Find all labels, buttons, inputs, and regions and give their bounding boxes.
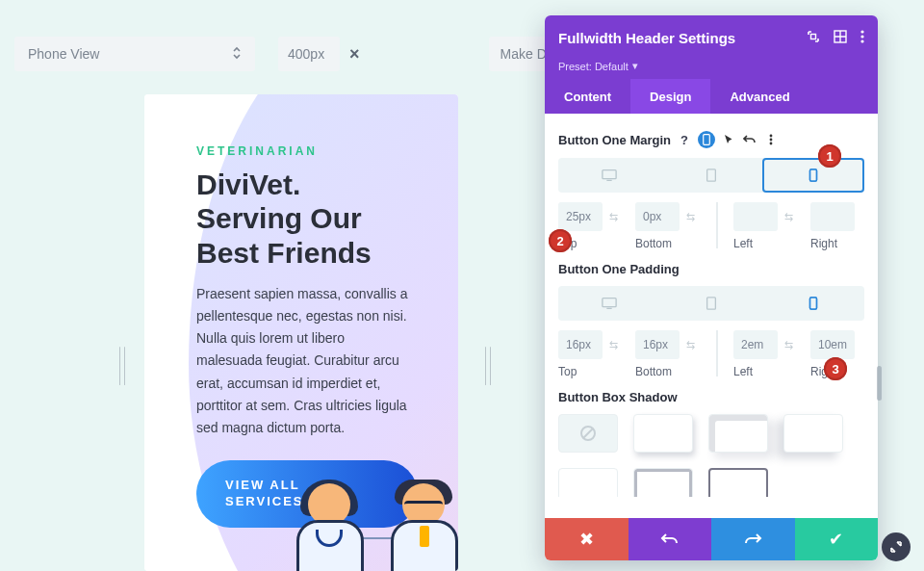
device-tablet[interactable] xyxy=(660,158,762,193)
svg-point-3 xyxy=(860,35,863,38)
link-icon[interactable]: ⇆ xyxy=(680,330,701,359)
cap-right: Right xyxy=(810,237,864,250)
close-icon[interactable]: × xyxy=(349,44,360,65)
padding-bottom-input[interactable]: 16px xyxy=(635,330,680,359)
device-desktop[interactable] xyxy=(558,286,660,321)
width-control: 400px × xyxy=(278,37,360,71)
section-shadow-label: Button Box Shadow xyxy=(558,390,864,404)
shadow-opt-1[interactable] xyxy=(633,414,693,453)
padding-top-input[interactable]: 16px xyxy=(558,330,603,359)
svg-rect-11 xyxy=(810,169,817,181)
hero-body: Praesent sapien massa, convallis a pelle… xyxy=(196,283,412,439)
preset-row[interactable]: Preset: Default ▾ xyxy=(545,60,878,79)
undo-icon[interactable] xyxy=(742,132,757,147)
device-phone[interactable] xyxy=(762,286,864,321)
device-desktop[interactable] xyxy=(558,158,660,193)
chevron-down-icon: ▾ xyxy=(632,60,638,72)
svg-point-8 xyxy=(770,143,773,145)
step-badge-2: 2 xyxy=(549,229,572,252)
margin-inputs: 25px⇆ Top 0px⇆ Bottom ⇆ Left Right 2 xyxy=(558,202,864,250)
shadow-opt-5[interactable] xyxy=(633,468,693,497)
hero-illustration xyxy=(287,481,458,571)
link-icon[interactable]: ⇆ xyxy=(778,202,799,231)
preset-label: Preset: Default xyxy=(558,61,629,72)
resize-fab[interactable] xyxy=(882,532,911,561)
margin-bottom-input[interactable]: 0px xyxy=(635,202,680,231)
shadow-opt-4[interactable] xyxy=(558,468,618,497)
undo-button[interactable] xyxy=(629,518,712,560)
divider xyxy=(716,202,718,248)
margin-left-input[interactable] xyxy=(733,202,778,231)
shadow-opt-6[interactable] xyxy=(708,468,768,497)
margin-top-input[interactable]: 25px xyxy=(558,202,603,231)
panel-header: Fullwidth Header Settings xyxy=(545,15,878,60)
svg-point-7 xyxy=(770,139,773,142)
margin-device-segment: 1 xyxy=(558,158,864,193)
svg-rect-5 xyxy=(704,135,710,145)
padding-right-input[interactable]: 10em xyxy=(810,330,855,359)
padding-left-input[interactable]: 2em xyxy=(733,330,778,359)
scrollbar-thumb[interactable] xyxy=(877,366,882,401)
eyebrow-text: VETERINARIAN xyxy=(196,144,412,158)
svg-rect-12 xyxy=(603,298,616,307)
shadow-none[interactable] xyxy=(558,414,618,453)
kebab-icon[interactable] xyxy=(763,132,779,147)
svg-point-4 xyxy=(860,39,863,42)
cancel-button[interactable]: ✖ xyxy=(545,518,629,560)
panel-body: Button One Margin ? 1 25px⇆ Top 0px⇆ Bot… xyxy=(545,114,878,497)
expand-icon[interactable] xyxy=(807,30,820,46)
phone-icon[interactable] xyxy=(698,131,715,148)
link-icon[interactable]: ⇆ xyxy=(778,330,799,359)
panel-title: Fullwidth Header Settings xyxy=(558,30,735,46)
tab-advanced[interactable]: Advanced xyxy=(710,79,808,114)
cap-bottom: Bottom xyxy=(635,237,701,250)
tab-content[interactable]: Content xyxy=(545,79,630,114)
width-input[interactable]: 400px xyxy=(278,37,340,71)
resize-handle-left[interactable] xyxy=(119,347,125,385)
shadow-opt-2[interactable] xyxy=(708,414,768,453)
device-tablet[interactable] xyxy=(660,286,762,321)
section-padding-label: Button One Padding xyxy=(558,262,864,276)
link-icon[interactable]: ⇆ xyxy=(603,202,624,231)
svg-rect-0 xyxy=(811,34,816,39)
svg-point-6 xyxy=(770,135,773,138)
resize-handle-right[interactable] xyxy=(485,347,491,385)
svg-rect-10 xyxy=(707,169,716,181)
svg-rect-9 xyxy=(603,170,616,179)
cap-left: Left xyxy=(733,237,799,250)
view-select-label: Phone View xyxy=(28,46,99,62)
svg-rect-14 xyxy=(810,298,817,309)
panel-actions: ✖ ✔ xyxy=(545,518,878,560)
section-margin-label: Button One Margin ? xyxy=(558,131,864,148)
shadow-options xyxy=(558,414,864,497)
width-value: 400px xyxy=(288,46,324,62)
panel-tabs: Content Design Advanced xyxy=(545,79,878,114)
device-phone[interactable] xyxy=(762,158,864,193)
grid-icon[interactable] xyxy=(834,30,847,46)
padding-device-segment xyxy=(558,286,864,321)
redo-button[interactable] xyxy=(711,518,795,560)
padding-inputs: 16px⇆ Top 16px⇆ Bottom 2em⇆ Left 10em Ri… xyxy=(558,330,864,378)
shadow-opt-3[interactable] xyxy=(783,414,843,453)
step-badge-1: 1 xyxy=(818,144,841,168)
link-icon[interactable]: ⇆ xyxy=(680,202,701,231)
kebab-icon[interactable] xyxy=(860,30,864,46)
step-badge-3: 3 xyxy=(824,357,847,380)
svg-point-2 xyxy=(860,30,863,33)
margin-right-input[interactable] xyxy=(810,202,855,231)
settings-panel: Fullwidth Header Settings Preset: Defaul… xyxy=(545,15,878,560)
tab-design[interactable]: Design xyxy=(630,79,710,114)
save-button[interactable]: ✔ xyxy=(795,518,879,560)
preview-frame: VETERINARIAN DiviVet. Serving Our Best F… xyxy=(144,94,458,571)
help-icon[interactable]: ? xyxy=(677,132,692,147)
link-icon[interactable]: ⇆ xyxy=(603,330,624,359)
cursor-icon[interactable] xyxy=(721,132,736,147)
hero-title: DiviVet. Serving Our Best Friends xyxy=(196,168,412,270)
chevron-updown-icon xyxy=(232,46,242,63)
view-select[interactable]: Phone View xyxy=(14,37,255,71)
svg-rect-13 xyxy=(707,298,716,309)
